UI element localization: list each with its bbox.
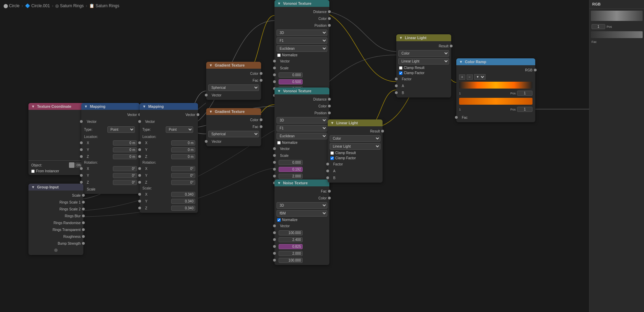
collapse-icon[interactable]: ▼ (459, 60, 463, 64)
breadcrumb-circle001[interactable]: 🔷 Circle.001 (25, 3, 50, 8)
mapping1-rot-z-input[interactable] (113, 180, 137, 185)
socket-rot-x[interactable] (80, 167, 83, 170)
socket-m2-scale-z[interactable] (138, 207, 141, 209)
socket-g2-vector[interactable] (205, 140, 208, 143)
mapping2-rot-x-input[interactable] (171, 166, 195, 171)
socket-rot-y[interactable] (80, 174, 83, 177)
socket-v2-color[interactable] (328, 105, 331, 107)
gradient2-header[interactable]: ▼ Gradient Texture (206, 108, 261, 115)
mapping2-header[interactable]: ▼ Mapping (140, 103, 198, 110)
ll2-color-select[interactable]: Color (330, 135, 380, 142)
mapping1-rot-x-input[interactable] (113, 166, 137, 171)
socket-v2-vector[interactable] (273, 147, 276, 150)
collapse-icon[interactable]: ▼ (209, 109, 213, 114)
voronoi1-detail-input[interactable] (279, 72, 303, 78)
noise-lacunarity-input[interactable] (279, 251, 303, 256)
socket-vector-in2[interactable] (138, 120, 141, 123)
socket-ll2-b[interactable] (326, 176, 329, 179)
ll2-mode-select[interactable]: Linear Light (330, 143, 380, 150)
socket-m2-rot-x[interactable] (138, 167, 141, 170)
socket-v1-roughness[interactable] (273, 80, 276, 83)
noise-distortion-input[interactable] (279, 258, 303, 263)
socket-g1-vector[interactable] (205, 94, 208, 96)
color-ramp-bar1[interactable] (459, 82, 532, 89)
ll2-clamp-result[interactable] (330, 151, 334, 155)
ll1-color-select[interactable]: Color (398, 50, 449, 57)
socket-ll1-factor[interactable] (395, 78, 398, 80)
noise-roughness-input[interactable] (279, 244, 303, 249)
socket-ll2-factor[interactable] (326, 163, 329, 165)
collapse-icon[interactable]: ▼ (277, 1, 281, 5)
socket-noise-color[interactable] (328, 197, 331, 199)
collapse-icon[interactable]: ▼ (277, 89, 281, 93)
from-instancer-checkbox[interactable] (31, 170, 35, 173)
mapping2-loc-z-input[interactable] (171, 154, 195, 159)
breadcrumb-saturn-rings1[interactable]: ◎ Saturn Rings (55, 3, 84, 8)
mapping2-scale-z-input[interactable] (171, 206, 195, 211)
noise-basis-select[interactable]: fBM (277, 210, 327, 217)
noise-scale-input[interactable] (279, 230, 303, 235)
socket-noise-distortion[interactable] (273, 259, 276, 262)
voronoi2-normalize[interactable] (277, 141, 281, 145)
ll2-clamp-factor[interactable] (330, 157, 334, 160)
remove-stop-button[interactable]: − (467, 74, 473, 80)
interpolation-select[interactable]: ▼ (474, 74, 485, 80)
socket-m2-scale-x[interactable] (138, 193, 141, 196)
socket-m2-loc-z[interactable] (138, 155, 141, 158)
ll1-mode-select[interactable]: Linear Light (398, 58, 449, 65)
gradient1-type-select[interactable]: Spherical (208, 84, 259, 91)
object-color-swatch[interactable] (69, 162, 74, 168)
socket-gi-rings-blur[interactable] (82, 215, 85, 217)
collapse-icon[interactable]: ▼ (84, 104, 88, 108)
socket-loc-z[interactable] (80, 155, 83, 158)
gradient1-header[interactable]: ▼ Gradient Texture (206, 62, 261, 69)
mapping1-header[interactable]: ▼ Mapping (81, 103, 140, 110)
socket-g1-color[interactable] (260, 72, 262, 75)
voronoi1-header[interactable]: ▼ Voronoi Texture (274, 0, 329, 7)
socket-v1-distance[interactable] (328, 10, 331, 13)
mapping1-rot-y-input[interactable] (113, 173, 137, 178)
socket-m2-rot-z[interactable] (138, 181, 141, 184)
socket-ll2-result[interactable] (381, 130, 384, 132)
socket-gi-scale[interactable] (82, 194, 85, 197)
rp-value1[interactable] (592, 24, 605, 29)
socket-vector-out2[interactable] (197, 113, 199, 116)
collapse-icon[interactable]: ▼ (399, 36, 403, 40)
socket-ll1-a[interactable] (395, 84, 398, 87)
pos-input2[interactable] (517, 107, 532, 112)
socket-gi-randomise[interactable] (82, 221, 85, 224)
noise-detail-input[interactable] (279, 237, 303, 242)
socket-m2-scale-y[interactable] (138, 200, 141, 203)
socket-g2-color[interactable] (260, 118, 262, 121)
linear-light2-header[interactable]: ▼ Linear Light (328, 119, 383, 126)
socket-g2-fac[interactable] (260, 125, 262, 128)
mapping2-loc-x-input[interactable] (171, 140, 195, 146)
socket-noise-detail[interactable] (273, 238, 276, 241)
socket-ll2-a[interactable] (326, 170, 329, 172)
socket-vector-in[interactable] (80, 120, 83, 123)
socket-v1-scale[interactable] (273, 67, 276, 69)
socket-noise-vector[interactable] (273, 224, 276, 227)
pos-input1[interactable] (517, 91, 532, 96)
add-stop-button[interactable]: + (459, 74, 465, 80)
socket-gi-transparent[interactable] (82, 228, 85, 231)
breadcrumb-circle[interactable]: ⬤ Circle (3, 3, 20, 8)
collapse-icon[interactable]: ▼ (209, 63, 213, 67)
collapse-icon[interactable]: ▼ (142, 104, 146, 108)
socket-rot-z[interactable] (80, 181, 83, 184)
socket-v2-distance[interactable] (328, 98, 331, 101)
gradient2-type-select[interactable]: Spherical (208, 131, 259, 137)
voronoi2-roughness-input[interactable] (279, 167, 303, 172)
socket-v2-position[interactable] (328, 112, 331, 114)
socket-g1-fac[interactable] (260, 79, 262, 82)
socket-v1-color[interactable] (328, 17, 331, 20)
socket-gi-bump-strength[interactable] (82, 242, 85, 245)
socket-noise-fac[interactable] (328, 190, 331, 193)
voronoi2-header[interactable]: ▼ Voronoi Texture (274, 88, 329, 94)
mapping2-type-select[interactable]: Point (166, 126, 193, 133)
collapse-icon[interactable]: ▼ (277, 181, 281, 185)
mapping1-loc-x-input[interactable] (113, 140, 137, 146)
noise-header[interactable]: ▼ Noise Texture (274, 180, 329, 186)
voronoi2-detail-input[interactable] (279, 160, 303, 165)
voronoi1-normalize[interactable] (277, 54, 281, 57)
